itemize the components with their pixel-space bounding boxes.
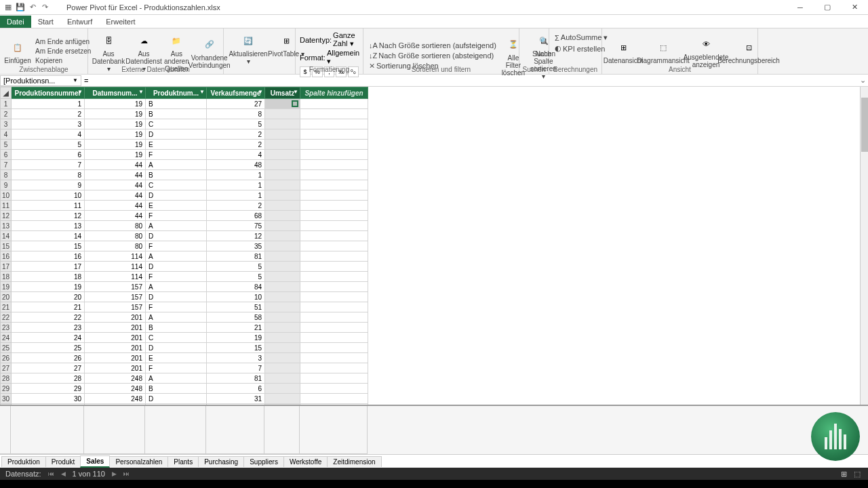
cell[interactable]: 27 (12, 363, 85, 373)
sheet-tab-produktion[interactable]: Produktion (1, 456, 46, 467)
cell-umsatz[interactable] (265, 292, 300, 302)
cell[interactable]: 44 (85, 180, 146, 190)
cell[interactable]: 19 (85, 129, 146, 140)
cell[interactable]: 1 (207, 170, 265, 180)
tab-start[interactable]: Start (31, 16, 60, 28)
cell-add[interactable] (300, 302, 368, 312)
autosum-button[interactable]: Σ AutoSumme ▾ (553, 33, 597, 43)
cell[interactable]: 80 (85, 231, 146, 241)
cell[interactable]: F (146, 241, 207, 251)
row-header[interactable]: 22 (1, 312, 12, 323)
cell[interactable]: 16 (12, 251, 85, 262)
cell[interactable]: D (146, 343, 207, 353)
cell[interactable]: 23 (12, 323, 85, 333)
column-header-4[interactable]: Umsatz▼ (265, 87, 300, 99)
cell[interactable]: 2 (207, 140, 265, 150)
cell[interactable]: D (146, 292, 207, 302)
cell[interactable]: A (146, 312, 207, 323)
cell[interactable]: F (146, 272, 207, 282)
cell-umsatz[interactable] (265, 384, 300, 394)
save-icon[interactable]: 💾 (15, 2, 26, 13)
copy-button[interactable]: Kopieren (34, 56, 92, 65)
tab-entwurf[interactable]: Entwurf (60, 16, 99, 28)
cell[interactable]: 26 (12, 353, 85, 363)
cell[interactable]: 14 (12, 231, 85, 241)
cell[interactable]: A (146, 221, 207, 231)
existing-connections-button[interactable]: 🔗 Vorhandene Verbindungen (193, 34, 226, 70)
cell[interactable]: 157 (85, 292, 146, 302)
column-header-2[interactable]: Produktnum...▼ (146, 87, 207, 99)
cell[interactable]: 201 (85, 353, 146, 363)
row-header[interactable]: 20 (1, 292, 12, 302)
cell[interactable]: B (146, 170, 207, 180)
cell[interactable]: B (146, 323, 207, 333)
sheet-tab-werkstoffe[interactable]: Werkstoffe (283, 456, 328, 467)
row-header[interactable]: 23 (1, 323, 12, 333)
column-header-3[interactable]: Verkaufsmenge▼ (207, 87, 265, 99)
row-header[interactable]: 28 (1, 373, 12, 384)
cell[interactable]: 44 (85, 211, 146, 221)
cell-umsatz[interactable] (265, 241, 300, 251)
cell[interactable]: 10 (207, 292, 265, 302)
cell[interactable]: 81 (207, 251, 265, 262)
cell-add[interactable] (300, 190, 368, 201)
cell[interactable]: A (146, 282, 207, 292)
row-header[interactable]: 14 (1, 231, 12, 241)
cell[interactable]: 28 (12, 373, 85, 384)
filter-dropdown-icon[interactable]: ▼ (258, 89, 263, 95)
cell[interactable]: 31 (207, 394, 265, 404)
add-column-header[interactable]: Spalte hinzufügen (300, 87, 368, 99)
cell-umsatz[interactable] (265, 251, 300, 262)
row-header[interactable]: 7 (1, 160, 12, 170)
cell-umsatz[interactable] (265, 150, 300, 160)
cell[interactable]: B (146, 109, 207, 119)
cell[interactable]: 75 (207, 221, 265, 231)
cell[interactable]: 5 (207, 262, 265, 272)
row-header[interactable]: 6 (1, 150, 12, 160)
cell-umsatz[interactable] (265, 231, 300, 241)
cell-umsatz[interactable] (265, 363, 300, 373)
cell-add[interactable] (300, 282, 368, 292)
cell[interactable]: 201 (85, 312, 146, 323)
cell[interactable]: 3 (12, 119, 85, 129)
cell[interactable]: 114 (85, 262, 146, 272)
sheet-tab-produkt[interactable]: Produkt (45, 456, 81, 467)
cell[interactable]: 2 (207, 201, 265, 211)
row-header[interactable]: 4 (1, 129, 12, 140)
cell[interactable]: A (146, 373, 207, 384)
cell-add[interactable] (300, 363, 368, 373)
cell[interactable]: D (146, 394, 207, 404)
cell[interactable]: B (146, 384, 207, 394)
cell[interactable]: 8 (207, 109, 265, 119)
cell[interactable]: 31 (12, 404, 85, 406)
append-button[interactable]: Am Ende anfügen (34, 37, 92, 46)
cell-umsatz[interactable] (265, 262, 300, 272)
row-header[interactable]: 31 (1, 404, 12, 406)
cell[interactable]: 44 (85, 190, 146, 201)
cell-add[interactable] (300, 394, 368, 404)
cell-umsatz[interactable] (265, 140, 300, 150)
cell[interactable]: F (146, 302, 207, 312)
cell[interactable]: 44 (85, 201, 146, 211)
name-box[interactable]: [Produktionsn...▼ (0, 75, 81, 86)
cell[interactable]: 5 (207, 119, 265, 129)
row-header[interactable]: 12 (1, 211, 12, 221)
replace-button[interactable]: Am Ende ersetzen (34, 47, 92, 56)
cell-add[interactable] (300, 373, 368, 384)
cell[interactable]: 51 (207, 302, 265, 312)
cell-umsatz[interactable] (265, 109, 300, 119)
cell-add[interactable] (300, 353, 368, 363)
cell[interactable]: 25 (12, 343, 85, 353)
cell[interactable]: 201 (85, 323, 146, 333)
cell[interactable]: 4 (207, 150, 265, 160)
cell-add[interactable] (300, 312, 368, 323)
view-grid-icon[interactable]: ⊞ (838, 469, 849, 479)
redo-icon[interactable]: ↷ (39, 2, 50, 13)
cell-add[interactable] (300, 170, 368, 180)
cell[interactable]: 12 (12, 211, 85, 221)
cell[interactable]: 84 (207, 282, 265, 292)
cell[interactable]: 19 (85, 109, 146, 119)
cell-add[interactable] (300, 221, 368, 231)
cell[interactable]: 19 (12, 282, 85, 292)
cell-add[interactable] (300, 160, 368, 170)
